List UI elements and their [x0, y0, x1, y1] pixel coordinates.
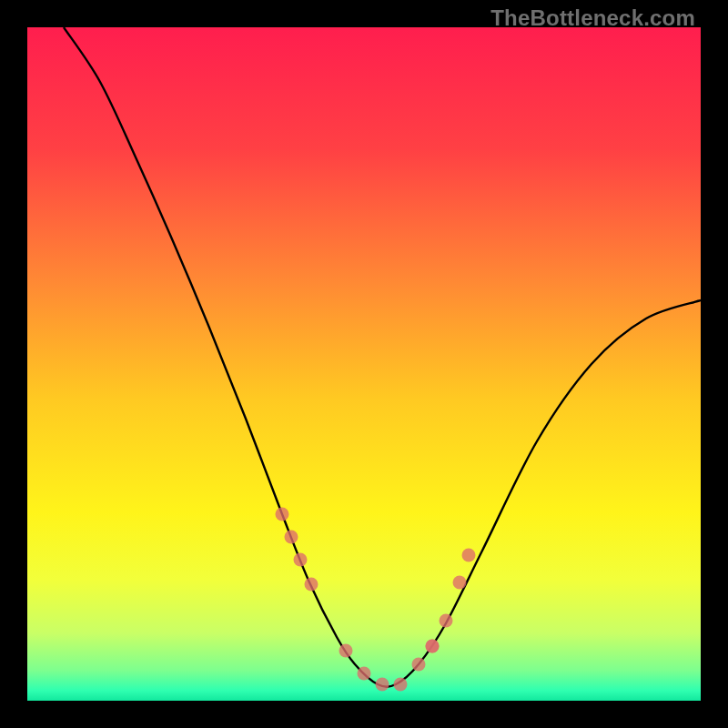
marker-dot — [440, 614, 453, 628]
marker-dot — [339, 644, 353, 658]
marker-dot — [285, 531, 298, 544]
marker-dot — [453, 576, 467, 590]
marker-dot — [276, 508, 289, 521]
marker-dot — [305, 578, 318, 592]
marker-dot — [358, 667, 371, 681]
plot-frame — [27, 27, 701, 701]
marker-dot — [426, 640, 440, 653]
marker-dot — [462, 549, 476, 562]
marker-dot — [294, 553, 308, 567]
chart-svg — [27, 27, 701, 701]
highlight-dots — [276, 508, 476, 692]
marker-dot — [412, 658, 426, 672]
marker-dot — [394, 678, 408, 692]
marker-dot — [376, 678, 389, 692]
watermark-text: TheBottleneck.com — [490, 5, 695, 31]
bottleneck-curve — [64, 27, 701, 687]
